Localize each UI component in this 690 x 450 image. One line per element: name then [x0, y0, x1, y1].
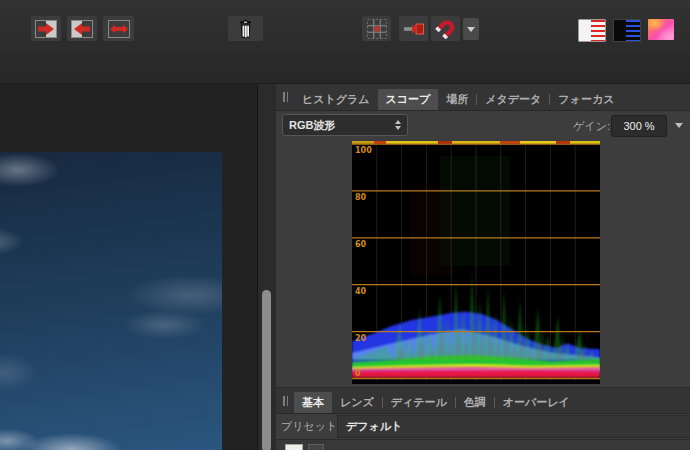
sync-adjustments-button[interactable] — [103, 16, 134, 41]
tab-basic[interactable]: 基本 — [294, 392, 332, 413]
magnet-button[interactable] — [431, 16, 460, 41]
image-viewer — [0, 84, 258, 450]
right-panel: ヒストグラム スコープ 場所 メタデータ フォーカス RGB波形 ゲイン: 30… — [276, 84, 690, 450]
scope-mode-select[interactable]: RGB波形 — [282, 114, 408, 136]
tab-lens[interactable]: レンズ — [332, 392, 382, 413]
preset-value: デフォルト — [346, 419, 402, 434]
tab-metadata[interactable]: メタデータ — [477, 89, 549, 110]
preset-row: プリセット: デフォルト — [276, 414, 690, 438]
copy-adjustments-right-icon — [35, 20, 57, 38]
panel-grip-icon[interactable] — [283, 396, 288, 406]
shadow-warning-toggle[interactable] — [613, 19, 641, 42]
scope-mode-value: RGB波形 — [289, 118, 335, 133]
svg-text:80: 80 — [355, 193, 367, 202]
svg-text:100: 100 — [355, 146, 372, 155]
application-window: ヒストグラム スコープ 場所 メタデータ フォーカス RGB波形 ゲイン: 30… — [0, 0, 690, 450]
rgb-waveform-scope: 100806040200 — [352, 141, 600, 384]
svg-text:20: 20 — [355, 334, 367, 343]
copy-adjustments-left-button[interactable] — [67, 16, 97, 41]
grid-overlay-icon — [366, 18, 388, 40]
stepper-arrows-icon — [395, 120, 401, 130]
overlay-dropdown-arrow-icon — [467, 27, 475, 32]
tab-overlay[interactable]: オーバーレイ — [495, 392, 578, 413]
white-balance-row — [276, 439, 690, 450]
svg-text:40: 40 — [355, 287, 367, 296]
svg-text:60: 60 — [355, 240, 367, 249]
gain-label: ゲイン: — [573, 119, 610, 134]
gain-dropdown-arrow-icon[interactable] — [675, 123, 683, 128]
tab-location[interactable]: 場所 — [438, 89, 476, 110]
snap-target-icon — [403, 20, 425, 38]
tab-histogram[interactable]: ヒストグラム — [294, 89, 378, 110]
rgb-waveform-plot: 100806040200 — [352, 141, 600, 384]
photo-sky-with-clouds[interactable] — [0, 152, 222, 450]
grid-overlay-button[interactable] — [362, 16, 391, 41]
snap-target-button[interactable] — [399, 16, 428, 41]
white-swatch-icon[interactable] — [285, 444, 303, 450]
scope-controls-row: RGB波形 ゲイン: 300 % — [276, 112, 690, 141]
preset-select[interactable]: デフォルト — [337, 415, 690, 438]
false-color-toggle[interactable] — [648, 19, 674, 40]
tab-scope[interactable]: スコープ — [378, 89, 439, 110]
scope-panel-tabbar: ヒストグラム スコープ 場所 メタデータ フォーカス — [276, 84, 690, 111]
tab-detail[interactable]: ディテール — [383, 392, 455, 413]
sync-adjustments-icon — [108, 20, 130, 38]
svg-text:0: 0 — [355, 369, 361, 378]
trash-button[interactable] — [228, 16, 263, 41]
magnet-icon — [435, 18, 457, 39]
gray-swatch-icon[interactable] — [308, 444, 324, 450]
tab-focus[interactable]: フォーカス — [550, 89, 622, 110]
overlay-dropdown-button[interactable] — [463, 18, 479, 40]
highlight-warning-toggle[interactable] — [578, 19, 606, 42]
tab-color-tone[interactable]: 色調 — [456, 392, 494, 413]
preset-label: プリセット: — [281, 419, 340, 434]
adjust-panel-tabbar: 基本 レンズ ディテール 色調 オーバーレイ — [276, 387, 690, 414]
copy-adjustments-left-icon — [71, 20, 93, 38]
gain-value: 300 % — [623, 120, 654, 132]
panel-scrollbar-track[interactable] — [258, 84, 276, 450]
copy-adjustments-right-button[interactable] — [31, 16, 61, 41]
panel-scrollbar-thumb[interactable] — [262, 290, 271, 450]
trash-icon — [238, 19, 253, 39]
panel-grip-icon[interactable] — [283, 92, 288, 102]
top-toolbar — [0, 0, 690, 84]
gain-value-field[interactable]: 300 % — [611, 115, 667, 137]
